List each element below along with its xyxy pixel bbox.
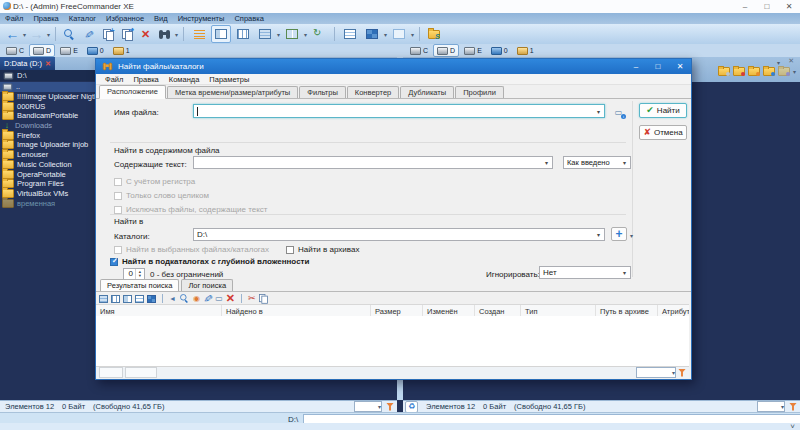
list-view-icon[interactable] (211, 25, 231, 43)
left-panel-tab[interactable]: D:Data (D:) (0, 57, 55, 70)
details-view-dropdown-icon[interactable] (277, 30, 280, 39)
recycle-icon[interactable] (405, 401, 418, 413)
favorites-dropdown-icon[interactable] (793, 68, 796, 76)
results-view-icon-1[interactable] (99, 295, 108, 303)
tab-timestamp-size-attributes[interactable]: Метка времени/размер/атрибуты (167, 86, 298, 98)
desktop-icon[interactable] (389, 25, 409, 43)
menu-folder[interactable]: Каталог (64, 13, 101, 24)
tab-converter[interactable]: Конвертер (347, 86, 399, 98)
file-info-icon[interactable] (215, 295, 223, 303)
favorite-folder-up-icon[interactable] (748, 67, 760, 76)
dropdown-arrow-icon[interactable] (619, 267, 630, 278)
filter-icon[interactable] (386, 403, 394, 411)
dialog-menu-file[interactable]: Файл (100, 75, 128, 84)
minimize-icon[interactable]: – (734, 1, 756, 12)
find-dropdown-icon[interactable] (175, 30, 178, 39)
edit-icon[interactable] (80, 26, 97, 42)
favorite-folder-heart-icon[interactable] (733, 67, 745, 76)
file-name-combobox[interactable] (193, 104, 605, 118)
dialog-titlebar[interactable]: Найти файлы/каталоги – □ ✕ (96, 59, 691, 74)
drive-e-button[interactable]: E (56, 44, 82, 57)
folder-sync-icon[interactable]: S (425, 26, 442, 42)
add-directory-button[interactable] (611, 227, 627, 241)
thumbnails-dropdown-icon[interactable] (384, 30, 387, 39)
results-view-icon-4[interactable] (135, 295, 144, 303)
quick-filter-dropdown[interactable] (354, 401, 382, 412)
cut-icon[interactable] (248, 294, 256, 303)
match-mode-dropdown[interactable]: Как введено (563, 156, 631, 169)
results-view-icon-2[interactable] (111, 295, 120, 303)
search-icon[interactable] (180, 294, 189, 303)
tree-view-icon[interactable] (189, 25, 209, 43)
maximize-icon[interactable]: □ (647, 59, 669, 74)
favorite-folder-docs-icon[interactable] (778, 67, 790, 76)
forward-icon[interactable] (28, 26, 45, 42)
drive-c-button[interactable]: C (2, 44, 28, 57)
tab-search-results[interactable]: Результаты поиска (100, 279, 179, 291)
results-filter-dropdown[interactable] (636, 367, 676, 378)
find-button[interactable]: Найти (639, 103, 687, 118)
delete-icon[interactable] (226, 293, 235, 304)
filter-cell[interactable] (125, 367, 157, 378)
find-icon[interactable] (156, 26, 173, 42)
cancel-button[interactable]: Отмена (639, 125, 687, 140)
drive-1-button[interactable]: 1 (513, 44, 538, 57)
desktop-dropdown-icon[interactable] (411, 30, 414, 39)
back-dropdown-icon[interactable] (23, 30, 26, 39)
containing-text-combobox[interactable] (193, 156, 553, 169)
favorite-folder-go-icon[interactable] (763, 67, 775, 76)
drive-c-button[interactable]: C (406, 44, 432, 57)
eye-icon[interactable] (193, 295, 200, 303)
tab-profiles[interactable]: Профили (455, 86, 504, 98)
menu-file[interactable]: Файл (0, 13, 28, 24)
copy-to-icon[interactable]: ➜ (118, 26, 135, 42)
stepper-arrows-icon[interactable]: ▴▾ (135, 269, 144, 279)
tab-filters[interactable]: Фильтры (299, 86, 346, 98)
menu-help[interactable]: Справка (229, 13, 268, 24)
expander-icon[interactable] (790, 423, 795, 430)
filter-icon[interactable] (678, 369, 686, 377)
results-view-icon-5[interactable] (147, 295, 156, 303)
dropdown-arrow-icon[interactable] (619, 157, 630, 168)
sound-icon[interactable] (169, 295, 176, 303)
dropdown-arrow-icon[interactable] (593, 105, 604, 117)
new-folder-icon[interactable]: + (99, 26, 116, 42)
checkbox-icon[interactable] (286, 246, 294, 254)
dialog-menu-options[interactable]: Параметры (204, 75, 254, 84)
drive-e-button[interactable]: E (460, 44, 486, 57)
thumbnails-icon[interactable] (362, 25, 382, 43)
close-panel-icon[interactable]: ✕ (788, 57, 794, 65)
search-icon[interactable] (61, 26, 78, 42)
tab-duplicates[interactable]: Дубликаты (400, 86, 454, 98)
subdirectories-checkbox[interactable]: Найти в подкаталогах с глубиной вложенно… (110, 257, 309, 266)
filter-cell[interactable] (99, 367, 123, 378)
drive-d-button[interactable]: D (29, 44, 55, 57)
close-icon[interactable]: ✕ (778, 1, 800, 12)
details-view-icon[interactable] (255, 25, 275, 43)
dialog-menu-command[interactable]: Команда (164, 75, 205, 84)
drive-d-button[interactable]: D (433, 44, 459, 57)
results-view-icon-3[interactable] (123, 295, 132, 303)
minimize-icon[interactable]: – (625, 59, 647, 74)
close-tab-icon[interactable] (45, 60, 51, 68)
copy-icon[interactable] (259, 294, 267, 303)
drive-0-button[interactable]: 0 (487, 44, 512, 57)
forward-dropdown-icon[interactable] (47, 30, 50, 39)
ignore-dropdown[interactable]: Нет (539, 266, 631, 279)
menu-view[interactable]: Вид (149, 13, 173, 24)
filter-icon[interactable] (789, 403, 797, 411)
dropdown-arrow-icon[interactable] (593, 229, 604, 240)
file-name-info-icon[interactable]: i (610, 105, 627, 120)
columns-view-icon[interactable] (233, 25, 253, 43)
dual-panel-dropdown-icon[interactable] (304, 30, 307, 39)
menu-tools[interactable]: Инструменты (173, 13, 230, 24)
results-list[interactable] (96, 316, 689, 366)
checkbox-checked-icon[interactable] (110, 258, 118, 266)
tab-search-log[interactable]: Лог поиска (181, 279, 233, 291)
search-archives-checkbox[interactable]: Найти в архивах (286, 245, 359, 254)
directories-combobox[interactable]: D:\ (193, 228, 605, 241)
swap-panels-icon[interactable] (309, 25, 329, 43)
close-icon[interactable]: ✕ (669, 59, 691, 74)
dialog-menu-edit[interactable]: Правка (128, 75, 163, 84)
back-icon[interactable] (4, 26, 21, 42)
